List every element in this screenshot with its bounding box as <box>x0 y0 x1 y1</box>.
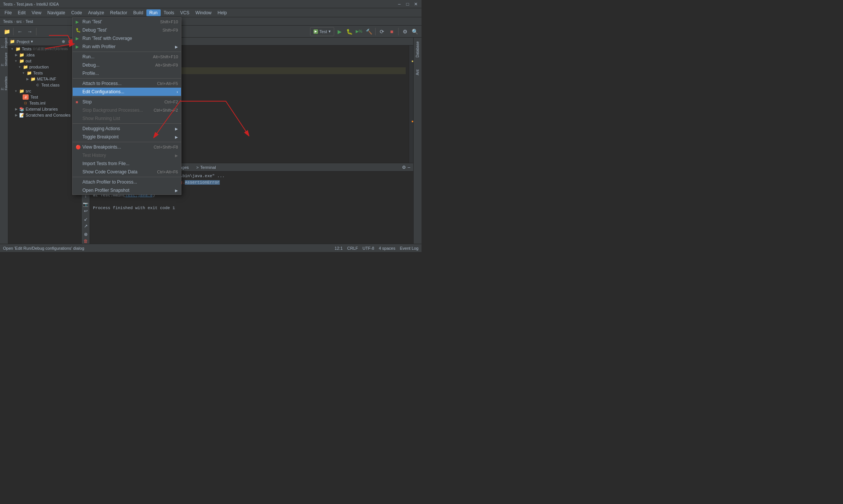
menu-overlay[interactable]: ▶ Run 'Test' Shift+F10 🐛 Debug 'Test' Sh… <box>0 0 422 252</box>
menu-run-profiler[interactable]: ▶ Run with Profiler ▶ <box>73 43 181 51</box>
menu-import-tests[interactable]: Import Tests from File... <box>73 159 181 168</box>
view-bp-icon: 🔴 <box>76 145 82 150</box>
test-history-arrow: ▶ <box>175 153 178 158</box>
sep-3 <box>73 97 181 97</box>
menu-show-running: Show Running List <box>73 114 181 123</box>
menu-profile-dialog[interactable]: Profile... <box>73 69 181 77</box>
menu-test-history: Test History ▶ <box>73 151 181 159</box>
red-arrows-overlay <box>0 17 422 252</box>
run-test-icon: ▶ <box>76 20 82 24</box>
menu-debug-dialog[interactable]: Debug... Alt+Shift+F9 <box>73 61 181 69</box>
menu-attach-process[interactable]: Attach to Process... Ctrl+Alt+F5 <box>73 79 181 88</box>
menu-stop-bg: Stop Background Processes... Ctrl+Shift+… <box>73 106 181 114</box>
menu-toggle-breakpoint[interactable]: Toggle Breakpoint ▶ <box>73 133 181 141</box>
run-coverage-icon: ▶ <box>76 36 82 41</box>
run-dropdown-menu: ▶ Run 'Test' Shift+F10 🐛 Debug 'Test' Sh… <box>72 17 181 195</box>
svg-line-0 <box>45 44 73 49</box>
menu-attach-profiler[interactable]: Attach Profiler to Process... <box>73 178 181 186</box>
sep-2 <box>73 78 181 79</box>
menu-edit-configs[interactable]: Edit Configurations... › <box>73 88 181 96</box>
sep-6 <box>73 177 181 177</box>
run-profiler-icon: ▶ <box>76 44 82 49</box>
sep-5 <box>73 142 181 142</box>
stop-icon: ■ <box>76 100 82 104</box>
debug-test-icon: 🐛 <box>76 28 82 33</box>
menu-show-coverage[interactable]: Show Code Coverage Data Ctrl+Alt+F6 <box>73 168 181 176</box>
edit-configs-arrow: › <box>177 90 178 94</box>
menu-run-coverage[interactable]: ▶ Run 'Test' with Coverage <box>73 34 181 43</box>
sep-1 <box>73 52 181 52</box>
menu-debugging-actions[interactable]: Debugging Actions ▶ <box>73 124 181 133</box>
menu-run-dialog[interactable]: Run... Alt+Shift+F10 <box>73 53 181 61</box>
menu-run-test[interactable]: ▶ Run 'Test' Shift+F10 <box>73 18 181 26</box>
menu-debug-test[interactable]: 🐛 Debug 'Test' Shift+F9 <box>73 26 181 34</box>
sep-4 <box>73 123 181 124</box>
menu-stop[interactable]: ■ Stop Ctrl+F2 <box>73 98 181 106</box>
run-profiler-arrow: ▶ <box>175 45 178 49</box>
toggle-bp-arrow: ▶ <box>175 135 178 139</box>
menu-open-profiler[interactable]: Open Profiler Snapshot ▶ <box>73 186 181 194</box>
menu-view-breakpoints[interactable]: 🔴 View Breakpoints... Ctrl+Shift+F8 <box>73 143 181 151</box>
open-profiler-arrow: ▶ <box>175 188 178 193</box>
debugging-arrow: ▶ <box>175 127 178 131</box>
